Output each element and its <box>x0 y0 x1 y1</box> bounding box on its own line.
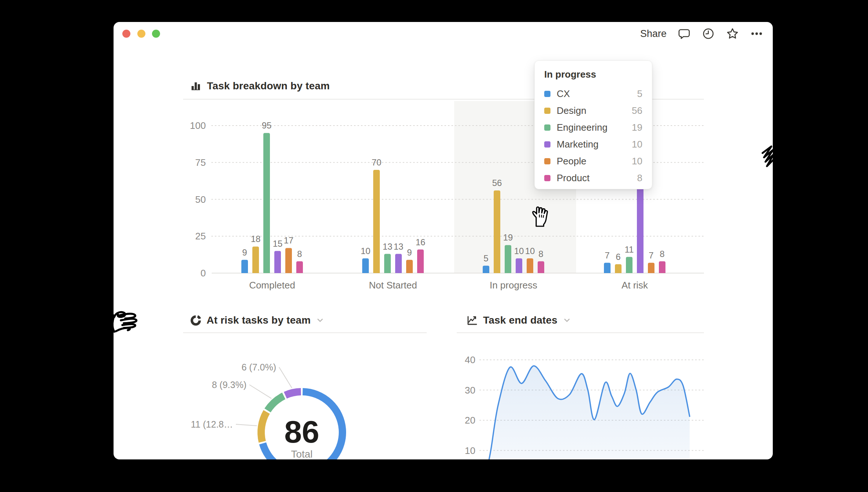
bar-value-label: 8 <box>660 249 664 259</box>
tooltip-series-value: 5 <box>637 88 642 100</box>
bar-value-label: 5 <box>483 253 488 263</box>
series-color-swatch <box>544 91 550 97</box>
bar-Not Started-Marketing[interactable] <box>395 254 402 273</box>
tooltip-series-value: 19 <box>632 122 642 133</box>
bar-value-label: 9 <box>407 247 412 257</box>
bar-value-label: 19 <box>503 232 513 242</box>
tooltip-rows: CX5Design56Engineering19Marketing10Peopl… <box>544 85 642 186</box>
hand-doodle <box>114 308 144 345</box>
tooltip-row: CX5 <box>544 85 642 102</box>
donut-slice-label: 8 (9.3%) <box>212 380 246 390</box>
tooltip-title: In progress <box>544 69 642 80</box>
bar-Completed-People[interactable] <box>285 248 292 273</box>
bar-In progress-Marketing[interactable] <box>516 258 522 273</box>
scribble-doodle <box>759 143 773 172</box>
desktop-background: Share <box>0 0 868 492</box>
donut-slice[interactable] <box>261 412 267 442</box>
bar-Not Started-CX[interactable] <box>362 258 369 273</box>
bar-In progress-Product[interactable] <box>538 261 544 273</box>
tooltip-series-label: People <box>557 156 586 167</box>
series-color-swatch <box>544 175 550 181</box>
bar-value-label: 56 <box>492 178 502 188</box>
donut-slice-label: 11 (12.8… <box>191 419 233 429</box>
bar-Completed-Design[interactable] <box>252 246 259 273</box>
bar-At risk-CX[interactable] <box>604 263 611 273</box>
series-color-swatch <box>544 141 550 148</box>
bar-Completed-CX[interactable] <box>241 260 248 273</box>
tooltip-row: Engineering19 <box>544 119 642 136</box>
bar-value-label: 10 <box>514 246 524 256</box>
y-axis-tick-label: 20 <box>465 415 475 426</box>
bar-value-label: 7 <box>605 250 609 260</box>
bar-Completed-Product[interactable] <box>296 261 303 273</box>
tooltip-row: Design56 <box>544 102 642 119</box>
bar-value-label: 95 <box>262 120 272 130</box>
x-axis-category-label: In progress <box>490 280 537 291</box>
label-leader-line <box>236 424 257 426</box>
bar-value-label: 8 <box>297 249 302 259</box>
label-leader-line <box>249 385 271 399</box>
bar-At risk-Design[interactable] <box>615 264 622 273</box>
bar-value-label: 10 <box>361 246 371 256</box>
tooltip-series-value: 8 <box>637 172 642 184</box>
y-axis-tick-label: 100 <box>190 120 206 131</box>
bar-value-label: 10 <box>525 246 535 256</box>
tooltip-series-value: 10 <box>632 139 642 150</box>
label-leader-line <box>279 367 292 388</box>
tooltip-series-value: 56 <box>632 105 642 116</box>
donut-center-label: Total <box>291 448 312 459</box>
x-axis-category-label: Not Started <box>369 280 417 291</box>
bar-Not Started-People[interactable] <box>406 260 413 273</box>
bar-value-label: 16 <box>416 237 426 247</box>
donut-slice-label: 6 (7.0%) <box>242 362 276 372</box>
donut-slice[interactable] <box>285 392 301 395</box>
bar-value-label: 13 <box>383 242 393 251</box>
bar-In progress-CX[interactable] <box>483 266 489 273</box>
bar-value-label: 7 <box>649 250 653 260</box>
y-axis-tick-label: 75 <box>195 157 206 168</box>
tooltip-series-label: Engineering <box>557 122 608 133</box>
bar-At risk-Marketing[interactable] <box>637 184 643 273</box>
bar-In progress-Design[interactable] <box>494 190 500 273</box>
tooltip-series-label: Marketing <box>557 139 598 150</box>
bar-Not Started-Product[interactable] <box>417 250 424 273</box>
bar-Completed-Engineering[interactable] <box>263 133 270 273</box>
bar-value-label: 70 <box>372 157 382 167</box>
x-axis-category-label: At risk <box>622 280 648 291</box>
tooltip-series-label: Design <box>557 105 586 116</box>
y-axis-tick-label: 0 <box>201 268 206 279</box>
bar-value-label: 13 <box>394 242 404 251</box>
app-window: Share <box>114 22 773 459</box>
bar-At risk-Engineering[interactable] <box>626 257 633 273</box>
bar-value-label: 18 <box>251 234 261 244</box>
donut-center-value: 86 <box>284 414 319 449</box>
bar-At risk-Product[interactable] <box>659 261 665 273</box>
bar-Completed-Marketing[interactable] <box>274 251 281 273</box>
donut-chart: 11 (12.8…8 (9.3%)6 (7.0%)86Total <box>191 362 342 459</box>
tooltip-row: Marketing10 <box>544 136 642 153</box>
bar-At risk-People[interactable] <box>648 263 654 273</box>
series-color-swatch <box>544 158 550 164</box>
tooltip-row: People10 <box>544 153 642 169</box>
area-fill <box>485 366 690 459</box>
tooltip-series-value: 10 <box>632 156 642 167</box>
bar-value-label: 8 <box>538 249 543 259</box>
bar-In progress-Engineering[interactable] <box>505 245 511 273</box>
y-axis-tick-label: 40 <box>465 354 475 365</box>
y-axis-tick-label: 30 <box>465 385 475 396</box>
y-axis-tick-label: 50 <box>195 194 206 205</box>
series-color-swatch <box>544 124 550 131</box>
bar-value-label: 9 <box>242 247 247 257</box>
donut-slice[interactable] <box>267 396 283 411</box>
tooltip-series-label: Product <box>557 172 590 184</box>
bar-value-label: 17 <box>284 235 294 245</box>
y-axis-tick-label: 25 <box>195 231 206 242</box>
bar-Not Started-Design[interactable] <box>373 170 380 273</box>
y-axis-tick-label: 10 <box>465 445 475 456</box>
bar-Not Started-Engineering[interactable] <box>384 254 391 273</box>
tooltip-row: Product8 <box>544 169 642 186</box>
bar-In progress-People[interactable] <box>527 258 533 273</box>
bar-value-label: 11 <box>625 245 634 254</box>
chart-tooltip: In progress CX5Design56Engineering19Mark… <box>534 60 652 189</box>
series-color-swatch <box>544 108 550 114</box>
